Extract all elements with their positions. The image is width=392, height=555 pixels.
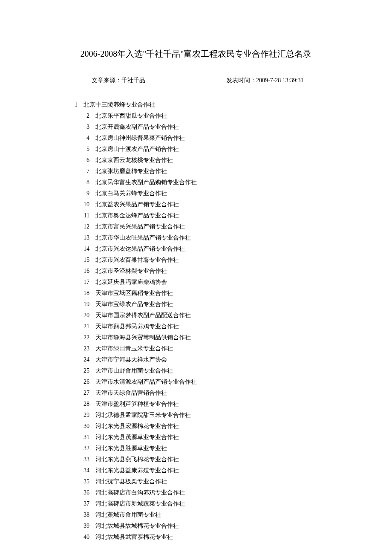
item-name: 北京市兴农百巢甘薯专业合作社 <box>89 254 179 266</box>
item-number: 9 <box>76 188 89 199</box>
item-number: 24 <box>76 354 89 365</box>
list-item: 8北京民华富生农副产品购销专业合作社 <box>64 177 341 188</box>
list-item: 33河北东光县燕飞棉花专业合作社 <box>64 454 341 465</box>
item-name: 北京益农兴果品产销专业合作社 <box>89 199 179 210</box>
page-title: 2006-2008年入选"千社千品"富农工程农民专业合作社汇总名录 <box>51 48 341 60</box>
list-item: 14北京市兴农达果品产销专业合作社 <box>64 243 341 254</box>
item-name: 北京市兴农达果品产销专业合作社 <box>89 243 185 254</box>
item-name: 天津市宝绿农产品专业合作社 <box>89 299 173 310</box>
list-item: 40河北故城县武官寨棉花专业社 <box>64 532 341 543</box>
item-name: 天津市盈利芦笋种植专业合作社 <box>89 399 179 410</box>
list-item: 26天津市水清源农副产品产销专业合作社 <box>64 376 341 387</box>
item-name: 天津市宁河县天祥水产协会 <box>89 354 167 365</box>
list-item: 31河北东光县茂源草业专业合作社 <box>64 432 341 443</box>
item-name: 河北故城县武官寨棉花专业社 <box>89 532 173 543</box>
list-item: 13北京市华山农旺果品产销专业合作社 <box>64 232 341 243</box>
item-name: 河北承德县孟家院甜玉米专业合作社 <box>89 410 191 421</box>
item-number: 15 <box>76 254 89 266</box>
item-name: 河北东光县燕飞棉花专业合作社 <box>89 454 179 465</box>
list-item: 2北京乐平西甜瓜专业合作社 <box>64 110 341 121</box>
item-number: 21 <box>76 321 89 332</box>
item-name: 河北藁城市食用菌专业社 <box>89 509 161 520</box>
list-item: 12北京市富民兴果品产销专业合作社 <box>64 221 341 232</box>
item-number: 38 <box>76 509 89 520</box>
item-name: 河北东光县茂源草业专业合作社 <box>89 432 179 443</box>
item-name: 北京白马关养蜂专业合作社 <box>89 188 167 199</box>
item-number: 33 <box>76 454 89 465</box>
item-name: 天津市静海县兴贸苇制品供销合作社 <box>89 332 191 343</box>
cooperative-list: 1北京十三陵养蜂专业合作社2北京乐平西甜瓜专业合作社3北京开晟鑫农副产品专业合作… <box>51 99 341 543</box>
list-item: 38河北藁城市食用菌专业社 <box>64 509 341 520</box>
item-number: 14 <box>76 243 89 254</box>
item-name: 河北故城县故城棉花专业合作社 <box>89 520 179 532</box>
item-name: 河北东光县益康养殖专业合作社 <box>89 465 179 476</box>
list-item: 35河北抚宁县板栗专业合作社 <box>64 476 341 487</box>
list-item: 9北京白马关养蜂专业合作社 <box>64 188 341 199</box>
item-name: 北京市奥金达蜂产品专业合作社 <box>89 210 179 221</box>
item-name: 北京开晟鑫农副产品专业合作社 <box>89 121 179 133</box>
article-source: 文章来源：千社千品 <box>92 77 145 84</box>
list-item: 36河北高碑店市白沟养鸡专业合作社 <box>64 487 341 498</box>
list-item: 15北京市兴农百巢甘薯专业合作社 <box>64 254 341 266</box>
item-number: 11 <box>76 210 89 221</box>
list-item: 39河北故城县故城棉花专业合作社 <box>64 520 341 532</box>
list-item: 18天津市宝坻区藕稻专业合作社 <box>64 288 341 299</box>
item-name: 北京民华富生农副产品购销专业合作社 <box>89 177 197 188</box>
meta-row: 文章来源：千社千品 发表时间：2009-7-28 13:39:31 <box>51 77 341 84</box>
list-item: 30河北东光县宏源棉花专业合作社 <box>64 421 341 432</box>
item-number: 2 <box>76 110 89 121</box>
item-number: 12 <box>76 221 89 232</box>
item-number: 35 <box>76 476 89 487</box>
list-item: 24天津市宁河县天祥水产协会 <box>64 354 341 365</box>
list-item: 10北京益农兴果品产销专业合作社 <box>64 199 341 210</box>
item-name: 北京市华山农旺果品产销专业合作社 <box>89 232 191 243</box>
item-number: 16 <box>76 266 89 277</box>
list-item: 11北京市奥金达蜂产品专业合作社 <box>64 210 341 221</box>
item-name: 天津市蓟县邦民养鸡专业合作社 <box>89 321 179 332</box>
list-item: 6北京京西云龙核桃专业合作社 <box>64 155 341 166</box>
item-number: 6 <box>76 155 89 166</box>
item-number: 26 <box>76 376 89 387</box>
list-item: 20天津市国宗梦得农副产品配送合作社 <box>64 310 341 321</box>
list-item: 1北京十三陵养蜂专业合作社 <box>64 99 341 110</box>
item-number: 40 <box>76 532 89 543</box>
item-number: 3 <box>76 121 89 133</box>
list-item: 23天津市绿田青玉米专业合作社 <box>64 343 341 354</box>
item-name: 北京张坊磨盘柿专业合作社 <box>89 166 167 177</box>
item-number: 20 <box>76 310 89 321</box>
item-number: 34 <box>76 465 89 476</box>
list-item: 3北京开晟鑫农副产品专业合作社 <box>64 121 341 133</box>
item-name: 河北高碑店市新城蔬菜专业合作社 <box>89 498 185 509</box>
item-name: 北京市圣泽林梨专业合作社 <box>89 266 167 277</box>
item-name: 天津市天绿食品营销合作社 <box>89 387 167 399</box>
item-number: 36 <box>76 487 89 498</box>
list-item: 16北京市圣泽林梨专业合作社 <box>64 266 341 277</box>
item-name: 天津市宝坻区藕稻专业合作社 <box>89 288 173 299</box>
list-item: 22天津市静海县兴贸苇制品供销合作社 <box>64 332 341 343</box>
item-number: 10 <box>76 199 89 210</box>
item-name: 天津市国宗梦得农副产品配送合作社 <box>89 310 191 321</box>
list-item: 32河北东光县胜源草业专业社 <box>64 443 341 454</box>
item-name: 河北东光县胜源草业专业社 <box>89 443 167 454</box>
list-item: 34河北东光县益康养殖专业合作社 <box>64 465 341 476</box>
item-number: 30 <box>76 421 89 432</box>
item-name: 北京十三陵养蜂专业合作社 <box>78 99 155 110</box>
list-item: 5北京房山十渡农产品产销合作社 <box>64 144 341 155</box>
list-item: 7北京张坊磨盘柿专业合作社 <box>64 166 341 177</box>
item-number: 27 <box>76 387 89 399</box>
item-number: 29 <box>76 410 89 421</box>
item-name: 天津市水清源农副产品产销专业合作社 <box>89 376 197 387</box>
item-name: 河北高碑店市白沟养鸡专业合作社 <box>89 487 185 498</box>
item-number: 39 <box>76 520 89 532</box>
publish-time: 发表时间：2009-7-28 13:39:31 <box>226 77 304 84</box>
item-number: 4 <box>76 133 89 144</box>
item-name: 北京市富民兴果品产销专业合作社 <box>89 221 185 232</box>
item-name: 天津市绿田青玉米专业合作社 <box>89 343 173 354</box>
item-number: 5 <box>76 144 89 155</box>
list-item: 21天津市蓟县邦民养鸡专业合作社 <box>64 321 341 332</box>
list-item: 37河北高碑店市新城蔬菜专业合作社 <box>64 498 341 509</box>
item-number: 23 <box>76 343 89 354</box>
item-number: 17 <box>76 277 89 288</box>
item-name: 河北东光县宏源棉花专业合作社 <box>89 421 179 432</box>
list-item: 25天津市山野食用菌专业合作社 <box>64 365 341 376</box>
